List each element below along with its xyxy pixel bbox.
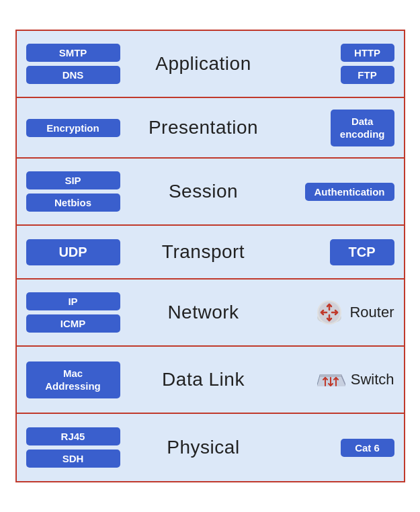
- datalink-left: MacAddressing: [26, 361, 120, 398]
- layer-session-label: Session: [120, 181, 287, 202]
- layer-transport-label: Transport: [120, 241, 287, 263]
- datalink-right: Switch: [287, 362, 394, 397]
- badge-rj45: RJ45: [26, 427, 120, 445]
- badge-authentication: Authentication: [305, 183, 394, 201]
- switch-icon: [313, 362, 348, 397]
- router-icon: [312, 295, 347, 330]
- osi-model-diagram: SMTP DNS Application HTTP FTP Encryption…: [15, 30, 405, 482]
- badge-sip: SIP: [26, 171, 120, 189]
- badge-udp: UDP: [26, 239, 120, 265]
- physical-left: RJ45 SDH: [26, 427, 120, 468]
- badge-http: HTTP: [341, 44, 394, 62]
- network-left: IP ICMP: [26, 292, 120, 333]
- layer-session: SIP Netbios Session Authentication: [17, 159, 404, 226]
- layer-presentation: Encryption Presentation Dataencoding: [17, 98, 404, 159]
- layer-network-label: Network: [120, 302, 287, 323]
- layer-presentation-label: Presentation: [120, 117, 287, 138]
- badge-mac-addressing: MacAddressing: [26, 361, 120, 398]
- badge-ftp: FTP: [341, 66, 394, 84]
- badge-dns: DNS: [26, 66, 120, 84]
- physical-right: Cat 6: [287, 439, 394, 457]
- presentation-right: Dataencoding: [287, 110, 394, 146]
- network-right: Router: [287, 295, 394, 330]
- badge-smtp: SMTP: [26, 44, 120, 62]
- layer-transport: UDP Transport TCP: [17, 226, 404, 280]
- transport-right: TCP: [287, 239, 394, 265]
- layer-physical: RJ45 SDH Physical Cat 6: [17, 414, 404, 481]
- badge-sdh: SDH: [26, 450, 120, 468]
- presentation-left: Encryption: [26, 119, 120, 137]
- layer-application-label: Application: [120, 53, 287, 75]
- layer-network: IP ICMP Network: [17, 280, 404, 347]
- layer-datalink: MacAddressing Data Link: [17, 347, 404, 414]
- badge-netbios: Netbios: [26, 194, 120, 212]
- router-group: Router: [312, 295, 394, 330]
- switch-label: Switch: [351, 371, 394, 388]
- transport-left: UDP: [26, 239, 120, 265]
- router-label: Router: [349, 304, 394, 321]
- badge-icmp: ICMP: [26, 314, 120, 333]
- layer-application: SMTP DNS Application HTTP FTP: [17, 31, 404, 98]
- badge-ip: IP: [26, 292, 120, 310]
- badge-encryption: Encryption: [26, 119, 120, 137]
- switch-group: Switch: [313, 362, 394, 397]
- application-left: SMTP DNS: [26, 44, 120, 84]
- badge-tcp: TCP: [330, 239, 394, 265]
- session-left: SIP Netbios: [26, 171, 120, 212]
- layer-physical-label: Physical: [120, 437, 287, 458]
- badge-cat6: Cat 6: [341, 439, 394, 457]
- badge-data-encoding: Dataencoding: [331, 110, 394, 146]
- layer-datalink-label: Data Link: [120, 369, 287, 390]
- session-right: Authentication: [287, 183, 394, 201]
- application-right: HTTP FTP: [287, 44, 394, 84]
